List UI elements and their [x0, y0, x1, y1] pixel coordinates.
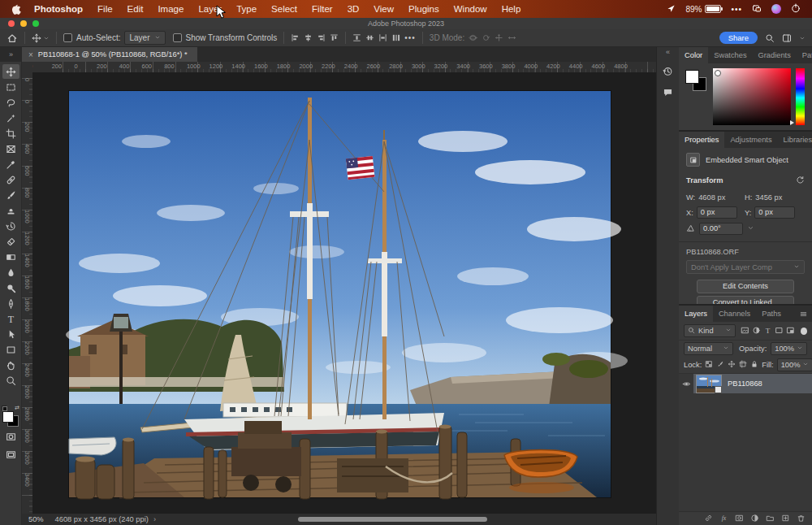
lock-pixels-icon[interactable]	[716, 360, 724, 370]
toolbar-expand-icon[interactable]: »	[0, 47, 22, 62]
vertical-ruler[interactable]: 0020040060080010001200140016001800200022…	[22, 72, 33, 514]
rectangle-tool[interactable]	[2, 342, 19, 357]
blend-mode-dropdown[interactable]: Normal	[684, 342, 733, 355]
zoom-tool[interactable]	[2, 373, 19, 388]
more-align-options-icon[interactable]: •••	[404, 33, 416, 42]
swap-colors-icon[interactable]: ⇄	[15, 405, 19, 411]
share-button[interactable]: Share	[719, 32, 758, 44]
layer-visibility-eye-icon[interactable]	[679, 380, 693, 388]
menu-3d[interactable]: 3D	[340, 4, 367, 14]
new-adjustment-layer-icon[interactable]	[750, 514, 759, 524]
layer-row[interactable]: PB110868	[679, 374, 812, 393]
tab-paths[interactable]: Paths	[756, 306, 787, 322]
x-position-field[interactable]: 0 px	[697, 206, 737, 219]
path-selection-tool[interactable]	[2, 327, 19, 341]
new-group-icon[interactable]	[766, 514, 775, 524]
tab-color[interactable]: Color	[679, 47, 708, 63]
pen-tool[interactable]	[2, 296, 19, 310]
distribute-horizontal-icon[interactable]	[378, 33, 387, 42]
layer-filter-toggle[interactable]	[801, 328, 807, 335]
menu-plugins[interactable]: Plugins	[401, 4, 447, 14]
show-transform-checkbox[interactable]	[173, 33, 182, 42]
eraser-tool[interactable]	[2, 234, 19, 249]
quick-mask-button[interactable]	[2, 429, 19, 444]
eyedropper-tool[interactable]	[2, 157, 19, 171]
tab-properties[interactable]: Properties	[679, 132, 724, 148]
y-position-field[interactable]: 0 px	[754, 206, 795, 219]
foreground-color-swatch[interactable]	[685, 70, 699, 84]
user-switch-icon[interactable]	[791, 3, 801, 15]
siri-icon[interactable]	[771, 4, 781, 14]
zoom-level[interactable]: 50%	[28, 515, 44, 523]
dodge-tool[interactable]	[2, 280, 19, 295]
align-right-edges-icon[interactable]	[317, 33, 326, 42]
filter-smart-objects-icon[interactable]	[786, 326, 795, 336]
frame-tool[interactable]	[2, 141, 19, 156]
menu-view[interactable]: View	[366, 4, 401, 14]
auto-select-dropdown[interactable]: Layer	[124, 31, 165, 45]
lock-transparency-icon[interactable]	[705, 360, 713, 370]
menu-file[interactable]: File	[90, 4, 120, 14]
layer-style-icon[interactable]: fx	[719, 514, 728, 524]
layer-thumbnail[interactable]	[696, 375, 722, 393]
default-colors-icon[interactable]	[2, 406, 7, 411]
menu-select[interactable]: Select	[264, 4, 304, 14]
align-top-edges-icon[interactable]	[330, 33, 339, 42]
type-tool[interactable]: T	[2, 311, 19, 326]
link-layers-icon[interactable]	[704, 514, 713, 524]
ruler-origin-corner[interactable]	[22, 62, 33, 73]
location-icon[interactable]	[667, 4, 676, 15]
object-selection-tool[interactable]	[2, 111, 19, 125]
tab-patterns[interactable]: Patterns	[797, 47, 812, 63]
lasso-tool[interactable]	[2, 95, 19, 110]
menu-image[interactable]: Image	[150, 4, 191, 14]
saturation-brightness-field[interactable]	[713, 68, 791, 125]
tab-close-icon[interactable]: ×	[28, 50, 33, 59]
auto-select-checkbox[interactable]	[63, 33, 72, 42]
tab-gradients[interactable]: Gradients	[753, 47, 797, 63]
comments-panel-icon[interactable]	[659, 84, 677, 100]
convert-to-linked-button[interactable]: Convert to Linked...	[697, 296, 794, 304]
add-mask-icon[interactable]	[735, 514, 744, 524]
chevron-down-icon[interactable]	[799, 35, 806, 41]
new-layer-icon[interactable]	[781, 514, 790, 524]
move-tool-preset[interactable]	[32, 33, 50, 43]
home-icon[interactable]	[6, 33, 18, 44]
horizontal-ruler[interactable]: 0200020040060080010001200140016001800200…	[32, 62, 656, 73]
apple-menu[interactable]	[10, 4, 27, 15]
lock-all-icon[interactable]	[750, 360, 758, 370]
layer-filter-dropdown[interactable]: Kind	[684, 324, 736, 337]
tab-adjustments[interactable]: Adjustments	[724, 132, 777, 148]
hue-slider[interactable]	[796, 68, 805, 125]
blur-tool[interactable]	[2, 265, 19, 280]
distribute-centers-icon[interactable]	[365, 33, 374, 42]
menu-filter[interactable]: Filter	[304, 4, 340, 14]
canvas-area[interactable]	[32, 72, 656, 514]
opacity-dropdown[interactable]: 100%	[771, 342, 807, 355]
layer-body[interactable]: PB110868	[693, 374, 812, 393]
hand-tool[interactable]	[2, 358, 19, 372]
move-tool[interactable]	[2, 64, 19, 79]
filter-shape-layers-icon[interactable]	[775, 326, 784, 336]
filter-adjustment-layers-icon[interactable]	[752, 326, 761, 336]
crop-tool[interactable]	[2, 126, 19, 141]
history-brush-tool[interactable]	[2, 219, 19, 233]
delete-layer-icon[interactable]	[797, 514, 806, 524]
screen-mode-button[interactable]	[2, 447, 19, 462]
clone-stamp-tool[interactable]	[2, 203, 19, 218]
document-tab[interactable]: × PB110868-1 @ 50% (PB110868, RGB/16*) *	[22, 47, 197, 62]
menu-window[interactable]: Window	[447, 4, 495, 14]
horizontal-scrollbar-thumb[interactable]	[298, 517, 487, 522]
version-history-panel-icon[interactable]	[659, 63, 677, 79]
panel-collapse-icon[interactable]: «	[666, 48, 670, 58]
marquee-tool[interactable]	[2, 80, 19, 94]
color-picker-cursor[interactable]	[715, 70, 721, 76]
reset-transform-icon[interactable]	[796, 176, 805, 186]
ellipsis-icon[interactable]: •••	[731, 5, 742, 14]
battery-indicator[interactable]: 89%	[685, 5, 721, 14]
tab-channels[interactable]: Channels	[713, 306, 756, 322]
toolbar-color-swatches[interactable]: ⇄	[2, 407, 19, 427]
distribute-vertical-icon[interactable]	[352, 33, 361, 42]
gradient-tool[interactable]	[2, 249, 19, 264]
tab-libraries[interactable]: Libraries	[778, 132, 812, 148]
